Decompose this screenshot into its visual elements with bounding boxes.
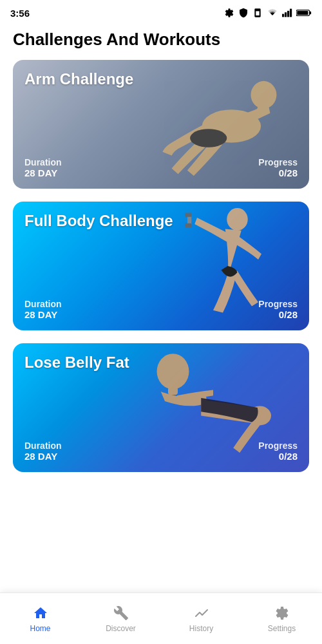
nav-history[interactable]: History [161, 600, 242, 638]
svg-rect-1 [256, 11, 259, 15]
arm-challenge-card[interactable]: Arm Challenge Duration 28 DAY Progress 0… [13, 60, 309, 189]
nav-settings[interactable]: Settings [242, 600, 322, 638]
full-body-card-title: Full Body Challenge [24, 212, 175, 231]
status-time: 3:56 [10, 8, 30, 19]
discover-icon [113, 605, 129, 621]
belly-fat-progress-stat: Progress 0/28 [258, 440, 298, 462]
settings-icon [274, 605, 290, 621]
nav-discover-label: Discover [106, 624, 136, 633]
svg-rect-4 [287, 11, 289, 17]
signal-icon [282, 8, 292, 17]
nav-discover[interactable]: Discover [80, 600, 161, 638]
arm-progress-stat: Progress 0/28 [258, 157, 298, 178]
nav-home-label: Home [30, 624, 50, 633]
arm-card-content: Arm Challenge Duration 28 DAY Progress 0… [13, 60, 309, 189]
svg-rect-5 [290, 9, 292, 17]
arm-card-footer: Duration 28 DAY Progress 0/28 [24, 157, 298, 178]
svg-rect-8 [297, 11, 308, 15]
wifi-icon [267, 8, 278, 17]
belly-fat-card-content: Lose Belly Fat Duration 28 DAY Progress … [13, 343, 309, 472]
full-body-duration-stat: Duration 28 DAY [24, 299, 62, 320]
belly-fat-card-title: Lose Belly Fat [24, 354, 175, 372]
battery-icon [296, 8, 312, 17]
belly-fat-card-footer: Duration 28 DAY Progress 0/28 [24, 440, 298, 462]
belly-fat-challenge-card[interactable]: Lose Belly Fat Duration 28 DAY Progress … [13, 343, 309, 472]
nav-home[interactable]: Home [0, 600, 80, 638]
full-body-card-content: Full Body Challenge Duration 28 DAY Prog… [13, 202, 309, 330]
shield-status-icon [238, 8, 249, 18]
home-icon [32, 605, 49, 621]
status-bar: 3:56 [0, 0, 322, 23]
settings-status-icon [224, 8, 234, 18]
history-icon [193, 605, 210, 621]
full-body-progress-stat: Progress 0/28 [258, 299, 298, 320]
full-body-challenge-card[interactable]: Full Body Challenge Duration 28 DAY Prog… [13, 202, 309, 330]
nav-settings-label: Settings [268, 624, 296, 633]
status-icons [224, 8, 312, 18]
sim-status-icon [252, 8, 263, 18]
svg-rect-7 [310, 12, 312, 14]
svg-rect-3 [285, 12, 287, 17]
full-body-card-footer: Duration 28 DAY Progress 0/28 [24, 299, 298, 320]
belly-fat-duration-stat: Duration 28 DAY [24, 440, 62, 462]
cards-container: Arm Challenge Duration 28 DAY Progress 0… [0, 60, 322, 536]
bottom-nav: Home Discover History Settings [0, 592, 322, 644]
arm-card-title: Arm Challenge [24, 70, 175, 89]
arm-duration-stat: Duration 28 DAY [24, 157, 62, 178]
svg-rect-2 [282, 14, 284, 17]
page-title: Challenges And Workouts [0, 23, 322, 60]
nav-history-label: History [189, 624, 213, 633]
